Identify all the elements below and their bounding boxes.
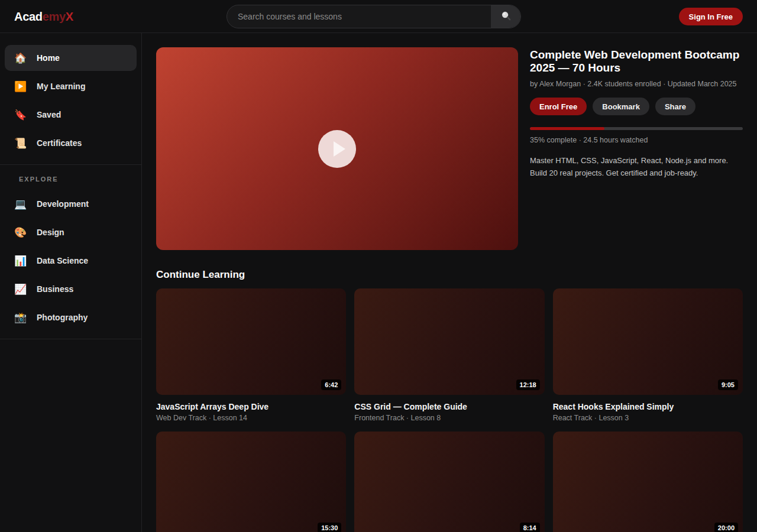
brand-logo[interactable]: AcademyX — [14, 0, 73, 33]
sidebar-item-saved[interactable]: 🔖 Saved — [5, 102, 137, 128]
top-header: AcademyX Sign In Free — [0, 0, 757, 33]
duration-badge: 20:00 — [714, 523, 738, 532]
duration-badge: 15:30 — [318, 523, 341, 532]
logo-part-darkred: emy — [43, 10, 66, 24]
course-description: Master HTML, CSS, JavaScript, React, Nod… — [530, 154, 743, 179]
sidebar-item-label: Saved — [37, 110, 61, 119]
home-icon: 🏠 — [14, 53, 30, 63]
logo-part-white: Acad — [14, 10, 43, 24]
sidebar-item-certificates[interactable]: 📜 Certificates — [5, 130, 137, 156]
sidebar-item-label: My Learning — [37, 82, 85, 91]
bookmark-button[interactable]: Bookmark — [593, 98, 649, 115]
sidebar-item-label: Development — [37, 199, 89, 209]
lesson-card[interactable]: 12:18 CSS Grid — Complete Guide Frontend… — [354, 288, 544, 422]
sidebar-item-design[interactable]: 🎨 Design — [5, 219, 137, 245]
lesson-thumbnail[interactable]: 8:14 — [354, 432, 544, 532]
sidebar-item-label: Photography — [37, 313, 88, 322]
sidebar-item-my-learning[interactable]: ▶️ My Learning — [5, 73, 137, 99]
video-player[interactable] — [156, 47, 518, 250]
sidebar-explore-section: EXPLORE 💻 Development 🎨 Design 📊 Data Sc… — [0, 165, 141, 339]
lesson-title: JavaScript Arrays Deep Dive — [156, 402, 346, 411]
lesson-title: React Hooks Explained Simply — [553, 402, 743, 411]
course-progress-stats: 35% complete · 24.5 hours watched — [530, 136, 743, 144]
course-action-row: Enrol Free Bookmark Share — [530, 98, 743, 115]
sidebar-item-label: Design — [37, 228, 64, 237]
enrol-button[interactable]: Enrol Free — [530, 98, 587, 115]
bookmark-icon: 🔖 — [14, 110, 30, 120]
share-button[interactable]: Share — [655, 98, 695, 115]
lesson-thumbnail[interactable]: 15:30 — [156, 432, 346, 532]
course-info-panel: Complete Web Development Bootcamp 2025 —… — [530, 48, 743, 179]
search-bar — [227, 5, 521, 28]
sidebar-item-business[interactable]: 📈 Business — [5, 276, 137, 302]
lesson-thumbnail[interactable]: 6:42 — [156, 288, 346, 395]
sidebar-item-label: Home — [37, 53, 60, 63]
lesson-thumbnail[interactable]: 9:05 — [553, 288, 743, 395]
duration-badge: 12:18 — [516, 379, 540, 390]
logo-part-red: X — [66, 10, 73, 24]
palette-icon: 🎨 — [14, 228, 30, 238]
sidebar-item-label: Certificates — [37, 138, 82, 148]
scroll-icon: 📜 — [14, 138, 30, 148]
lesson-card[interactable]: 9:05 React Hooks Explained Simply React … — [553, 288, 743, 422]
sidebar-item-data-science[interactable]: 📊 Data Science — [5, 248, 137, 274]
sidebar-item-label: Business — [37, 284, 73, 294]
camera-icon: 📸 — [14, 313, 30, 323]
search-icon — [500, 10, 512, 23]
play-icon — [334, 141, 345, 157]
lesson-subtitle: Frontend Track · Lesson 8 — [354, 414, 544, 422]
course-byline: by Alex Morgan · 2.4K students enrolled … — [530, 80, 743, 88]
sidebar-main-section: 🏠 Home ▶️ My Learning 🔖 Saved 📜 Certific… — [0, 33, 141, 165]
sidebar-item-development[interactable]: 💻 Development — [5, 191, 137, 217]
search-input[interactable] — [227, 5, 491, 28]
lesson-card[interactable]: 15:30 — [156, 432, 346, 532]
sidebar-item-home[interactable]: 🏠 Home — [5, 45, 137, 71]
sidebar-item-label: Data Science — [37, 256, 88, 265]
continue-learning-heading: Continue Learning — [156, 269, 245, 281]
lesson-thumbnail[interactable]: 12:18 — [354, 288, 544, 395]
bar-chart-icon: 📊 — [14, 256, 30, 266]
search-button[interactable] — [491, 5, 520, 28]
lesson-title: CSS Grid — Complete Guide — [354, 402, 544, 411]
duration-badge: 8:14 — [520, 523, 540, 532]
play-button-icon: ▶️ — [14, 82, 30, 92]
laptop-icon: 💻 — [14, 199, 30, 209]
lesson-thumbnail[interactable]: 20:00 — [553, 432, 743, 532]
lesson-card-grid: 6:42 JavaScript Arrays Deep Dive Web Dev… — [156, 288, 743, 532]
course-title: Complete Web Development Bootcamp 2025 —… — [530, 48, 743, 74]
sidebar-item-photography[interactable]: 📸 Photography — [5, 304, 137, 330]
lesson-card[interactable]: 20:00 — [553, 432, 743, 532]
lesson-card[interactable]: 8:14 — [354, 432, 544, 532]
lesson-subtitle: Web Dev Track · Lesson 14 — [156, 414, 346, 422]
duration-badge: 9:05 — [718, 379, 738, 390]
course-progress-bar — [530, 127, 743, 130]
sign-in-button[interactable]: Sign In Free — [679, 8, 743, 25]
sidebar: 🏠 Home ▶️ My Learning 🔖 Saved 📜 Certific… — [0, 33, 142, 532]
explore-heading: EXPLORE — [5, 165, 137, 191]
duration-badge: 6:42 — [321, 379, 341, 390]
lesson-subtitle: React Track · Lesson 3 — [553, 414, 743, 422]
chart-up-icon: 📈 — [14, 284, 30, 294]
lesson-card[interactable]: 6:42 JavaScript Arrays Deep Dive Web Dev… — [156, 288, 346, 422]
course-progress-fill — [530, 127, 604, 130]
play-button[interactable] — [318, 130, 356, 168]
